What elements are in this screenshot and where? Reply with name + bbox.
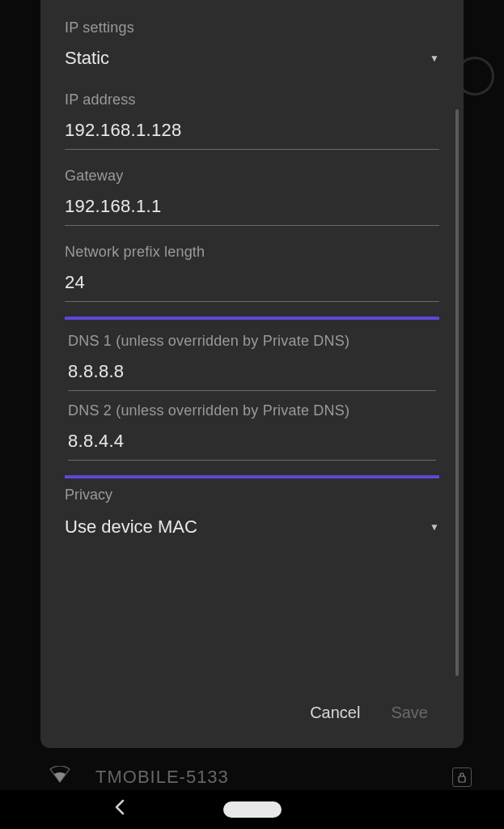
back-icon[interactable] [113,799,126,820]
dialog-scrollbar[interactable] [455,109,459,676]
network-settings-dialog: IP settings Static ▼ IP address 192.168.… [40,0,464,748]
android-nav-bar [0,790,504,829]
ip-settings-value: Static [65,48,109,69]
prefix-input[interactable]: 24 [65,272,439,302]
dialog-content: IP settings Static ▼ IP address 192.168.… [65,16,439,682]
wifi-list-item: TMOBILE-5133 [49,766,472,789]
dns-highlight-box: DNS 1 (unless overridden by Private DNS)… [65,317,439,478]
save-button[interactable]: Save [388,697,431,729]
dialog-actions: Cancel Save [65,682,439,740]
prefix-field[interactable]: Network prefix length 24 [65,240,439,302]
ip-settings-field[interactable]: IP settings Static ▼ [65,16,439,74]
dns2-field[interactable]: DNS 2 (unless overridden by Private DNS)… [68,399,436,461]
privacy-field[interactable]: Privacy Use device MAC ▼ [65,487,439,538]
dns1-label: DNS 1 (unless overridden by Private DNS) [68,333,436,350]
privacy-value: Use device MAC [65,517,197,538]
ip-address-input[interactable]: 192.168.1.128 [65,120,439,150]
gateway-input[interactable]: 192.168.1.1 [65,196,439,226]
wifi-signal-icon [49,766,71,789]
wifi-name-label: TMOBILE-5133 [95,767,229,788]
ip-settings-select[interactable]: Static ▼ [65,48,439,74]
chevron-down-icon: ▼ [430,53,439,64]
chevron-down-icon: ▼ [430,521,439,533]
gateway-label: Gateway [65,168,439,185]
lock-icon [452,767,472,787]
svg-rect-0 [459,776,465,782]
ip-address-label: IP address [65,91,439,108]
cancel-button[interactable]: Cancel [307,697,363,729]
prefix-label: Network prefix length [65,244,439,261]
privacy-label: Privacy [65,487,439,504]
dns1-field[interactable]: DNS 1 (unless overridden by Private DNS)… [68,329,436,391]
privacy-select[interactable]: Use device MAC ▼ [65,517,439,538]
dns2-input[interactable]: 8.8.4.4 [68,431,436,461]
ip-address-field[interactable]: IP address 192.168.1.128 [65,88,439,150]
gateway-field[interactable]: Gateway 192.168.1.1 [65,164,439,226]
dns1-input[interactable]: 8.8.8.8 [68,361,436,391]
home-pill[interactable] [223,801,282,818]
dns2-label: DNS 2 (unless overridden by Private DNS) [68,402,436,419]
ip-settings-label: IP settings [65,19,439,36]
